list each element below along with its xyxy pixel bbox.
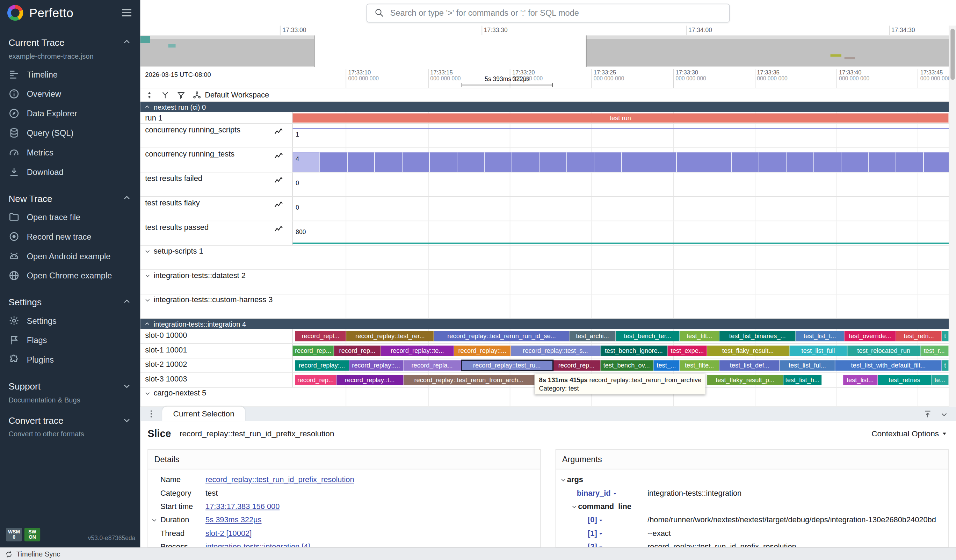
track-canvas[interactable]: record_replay:...record_replay::...recor…: [293, 359, 949, 373]
chevron-down-icon[interactable]: [571, 503, 578, 510]
track-canvas[interactable]: [293, 245, 949, 269]
slice[interactable]: record_repla...: [404, 360, 461, 371]
timeline-sync-label[interactable]: Timeline Sync: [16, 551, 60, 558]
detail-value-link[interactable]: slot-2 [10002]: [206, 529, 252, 538]
track-canvas[interactable]: record_rep...record_replay::t...record_r…: [293, 373, 949, 387]
vertical-scrollbar[interactable]: [949, 25, 956, 407]
collapsed-group-header[interactable]: cargo-nextest 5: [144, 389, 206, 397]
slice[interactable]: record_replay::test_s...: [511, 346, 600, 356]
slice[interactable]: test_list_def...: [720, 360, 780, 371]
slice[interactable]: test_list_full: [789, 346, 848, 356]
slice[interactable]: test_expe...: [668, 346, 707, 356]
track-label[interactable]: slot-3 10003: [140, 373, 292, 387]
sidebar-item-query-sql[interactable]: Query (SQL): [0, 123, 140, 143]
collapsed-group-header[interactable]: setup-scripts 1: [144, 247, 203, 255]
sidebar-section-header-settings[interactable]: Settings: [0, 293, 140, 311]
chevron-down-icon[interactable]: [560, 476, 567, 483]
slice[interactable]: test_override...: [844, 331, 896, 341]
sidebar-item-overview[interactable]: Overview: [0, 84, 140, 104]
menu-icon[interactable]: [121, 6, 133, 19]
slice[interactable]: test_list_ful...: [780, 360, 835, 371]
tab-menu-icon[interactable]: [146, 409, 156, 419]
slice[interactable]: test_bench_ov...: [600, 360, 653, 371]
track-label[interactable]: slot-2 10002: [140, 359, 292, 373]
slice[interactable]: test_list_with_default_filt...: [835, 360, 942, 371]
sidebar-item-open-android-example[interactable]: Open Android example: [0, 246, 140, 266]
sidebar-item-flags[interactable]: Flags: [0, 330, 140, 350]
track-label[interactable]: slot-1 10001: [140, 344, 292, 358]
track-group-header[interactable]: nextest run (ci) 0: [140, 102, 949, 112]
track-label[interactable]: test results passed: [140, 221, 292, 245]
sidebar-item-open-chrome-example[interactable]: Open Chrome example: [0, 266, 140, 285]
expand-panel-icon[interactable]: [923, 409, 932, 418]
slice[interactable]: test_flaky_result...: [707, 346, 789, 356]
sidebar-item-timeline[interactable]: Timeline: [0, 64, 140, 84]
overview-viewport-edge[interactable]: [314, 35, 315, 67]
arg-key-link[interactable]: [2]: [588, 543, 597, 547]
slice[interactable]: t: [942, 360, 949, 371]
track-label[interactable]: test results flaky: [140, 197, 292, 221]
collapsed-group-header[interactable]: integration-tests::datatest 2: [144, 271, 246, 280]
slice[interactable]: test_relocated_run: [848, 346, 920, 356]
slice[interactable]: record_replay::test_rerun_run_id_se...: [434, 331, 569, 341]
search-box[interactable]: [366, 3, 730, 22]
slice[interactable]: test_flaky_result_p...: [707, 375, 783, 385]
slice[interactable]: test_list_binaries_...: [720, 331, 796, 341]
collapsed-group-header[interactable]: integration-tests::custom-harness 3: [144, 296, 273, 304]
arg-key-link[interactable]: [0]: [588, 516, 597, 524]
arg-dropdown-icon[interactable]: [598, 544, 604, 547]
track-canvas[interactable]: 0: [293, 197, 949, 221]
slice[interactable]: record_rep...: [334, 346, 381, 356]
sidebar-item-metrics[interactable]: Metrics: [0, 143, 140, 162]
timeline-overview[interactable]: 17:33:0017:33:3017:34:0017:34:30: [140, 25, 949, 67]
slice[interactable]: test_list_h...: [783, 375, 822, 385]
track-group-header[interactable]: integration-tests::integration 4: [140, 319, 949, 329]
sidebar-section-header-new-trace[interactable]: New Trace: [0, 189, 140, 207]
slice[interactable]: record_rep...: [295, 375, 336, 385]
arg-key-link[interactable]: binary_id: [577, 489, 611, 497]
slice[interactable]: record_rep...: [553, 360, 600, 371]
track-label[interactable]: run 1: [140, 112, 292, 123]
slice[interactable]: record_replay::test_rer...: [346, 331, 434, 341]
sidebar-item-settings[interactable]: Settings: [0, 311, 140, 330]
tab-current-selection[interactable]: Current Selection: [162, 407, 245, 421]
slice[interactable]: test_filt...: [679, 331, 720, 341]
sidebar-item-data-explorer[interactable]: Data Explorer: [0, 104, 140, 123]
track-canvas[interactable]: 1: [293, 124, 949, 148]
slice[interactable]: test_retries: [878, 375, 932, 385]
scrollbar-thumb[interactable]: [950, 29, 954, 80]
slice[interactable]: test_bench_ignore...: [600, 346, 668, 356]
contextual-options-button[interactable]: Contextual Options: [871, 429, 949, 438]
slice[interactable]: test_retri...: [896, 331, 942, 341]
slice[interactable]: record_replay:...: [295, 360, 349, 371]
chevron-down-icon[interactable]: [151, 516, 158, 524]
detail-value-link[interactable]: record_replay::test_run_id_prefix_resolu…: [206, 475, 354, 484]
slice[interactable]: test_r...: [920, 346, 949, 356]
detail-value-link[interactable]: 5s 393ms 322µs: [206, 516, 262, 524]
track-canvas[interactable]: 0: [293, 173, 949, 196]
detail-value-link[interactable]: integration-tests::integration [4]: [206, 543, 310, 547]
track-canvas[interactable]: record_rep...record_rep...record_replay:…: [293, 344, 949, 358]
arg-dropdown-icon[interactable]: [598, 517, 604, 523]
slice[interactable]: test_list...: [843, 375, 878, 385]
arg-dropdown-icon[interactable]: [598, 530, 604, 536]
slice[interactable]: record_replay::...: [349, 360, 404, 371]
flatten-groups-icon[interactable]: [161, 90, 170, 99]
track-canvas[interactable]: 4: [293, 148, 949, 172]
track-canvas[interactable]: [293, 270, 949, 294]
sidebar-item-record-new-trace[interactable]: Record new trace: [0, 227, 140, 246]
filter-tracks-icon[interactable]: [177, 90, 185, 99]
sidebar-item-plugins[interactable]: Plugins: [0, 350, 140, 370]
slice[interactable]: record_replay::te...: [381, 346, 454, 356]
sidebar-item-download[interactable]: Download: [0, 162, 140, 182]
sync-icon[interactable]: [5, 550, 13, 558]
sidebar-section-header-support[interactable]: Support: [0, 377, 140, 395]
selected-slice[interactable]: record_replay::test_ru...: [461, 360, 553, 371]
slice[interactable]: record_repl...: [295, 331, 346, 341]
slice[interactable]: test_...: [653, 360, 679, 371]
detail-value-link[interactable]: 17:33:17.383 156 000: [206, 502, 280, 511]
slice[interactable]: test_archi...: [569, 331, 616, 341]
overview-viewport-edge[interactable]: [586, 35, 586, 67]
track-label[interactable]: concurrency running_tests: [140, 148, 292, 172]
slice[interactable]: test run: [293, 113, 949, 123]
